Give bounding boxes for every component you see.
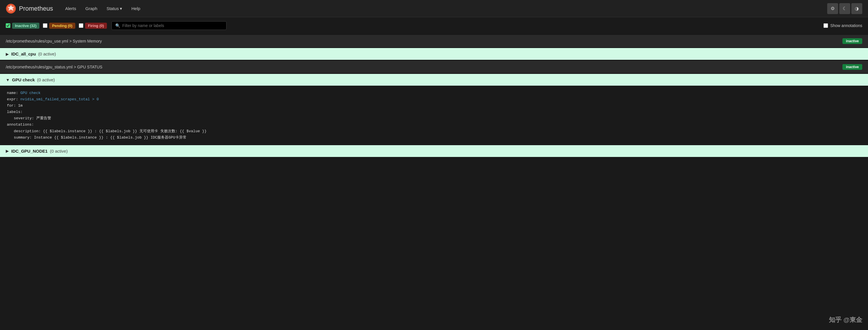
show-annotations-label: Show annotations — [830, 23, 862, 28]
rule-name-value: GPU check — [21, 91, 40, 95]
rule-expr-line: expr: nvidia_smi_failed_scrapes_total > … — [7, 96, 861, 102]
rule-description-line: description: {{ $labels.instance }} : {{… — [7, 128, 861, 134]
rule-description-value: {{ $labels.instance }} : {{ $labels.job … — [43, 129, 206, 133]
rule-name-line: name: GPU check — [7, 90, 861, 96]
rule-group-name-node1: IDC_GPU_NODE1 — [11, 149, 48, 153]
rule-severity-value: 严重告警 — [36, 116, 51, 120]
rule-for-value: 1m — [18, 103, 23, 108]
show-annotations[interactable]: Show annotations — [824, 23, 862, 28]
rule-for-line: for: 1m — [7, 102, 861, 109]
rule-group-count-node1: (0 active) — [50, 149, 68, 153]
pending-chip[interactable]: Pending (0) — [43, 23, 75, 29]
firing-chip[interactable]: Firing (0) — [79, 23, 107, 29]
nav-status[interactable]: Status ▾ — [103, 4, 126, 13]
rule-group-count-1: (0 active) — [38, 52, 56, 56]
watermark: 知乎 @東金 — [829, 316, 862, 324]
navbar-icons: ⚙ ☾ ◑ — [827, 3, 862, 14]
brand[interactable]: Prometheus — [6, 3, 53, 14]
badge-inactive-2: inactive — [842, 64, 862, 70]
rule-file-path-2: /etc/prometheus/rules/gpu_status.yml > G… — [6, 65, 102, 69]
filter-checkboxes: Inactive (32) Pending (0) Firing (0) — [6, 23, 107, 29]
pending-label: Pending (0) — [49, 23, 75, 29]
chevron-down-icon: ▾ — [120, 6, 122, 11]
rule-group-name-1: IDC_all_cpu — [11, 52, 36, 56]
nav-graph[interactable]: Graph — [82, 4, 101, 13]
nav-help[interactable]: Help — [128, 4, 144, 13]
search-input[interactable] — [122, 23, 223, 28]
rule-group-count-gpu: (0 active) — [37, 77, 55, 82]
pending-checkbox[interactable] — [43, 23, 48, 28]
inactive-label: Inactive (32) — [12, 23, 39, 29]
rule-annotations-line: annotations: — [7, 122, 861, 128]
rule-group-idc-all-cpu[interactable]: ▶ IDC_all_cpu (0 active) — [0, 48, 868, 60]
rule-summary-line: summary: Instance {{ $labels.instance }}… — [7, 134, 861, 141]
rule-file-path-1: /etc/prometheus/rules/cpu_use.yml > Syst… — [6, 39, 102, 43]
rule-severity-line: severity: 严重告警 — [7, 115, 861, 122]
rule-labels-line: labels: — [7, 109, 861, 115]
settings-icon[interactable]: ⚙ — [827, 3, 838, 14]
show-annotations-checkbox[interactable] — [824, 23, 828, 28]
rule-file-row-1: /etc/prometheus/rules/cpu_use.yml > Syst… — [0, 34, 868, 48]
inactive-checkbox[interactable] — [6, 23, 10, 28]
rule-summary-value: Instance {{ $labels.instance }} : {{ $la… — [34, 136, 186, 140]
rule-group-idc-gpu-node1[interactable]: ▶ IDC_GPU_NODE1 (0 active) — [0, 145, 868, 157]
inactive-chip[interactable]: Inactive (32) — [6, 23, 39, 29]
chevron-right-icon-node1: ▶ — [6, 149, 9, 153]
prometheus-logo-icon — [6, 3, 16, 14]
chevron-down-icon-gpu: ▼ — [6, 78, 10, 82]
rule-detail-gpu: name: GPU check expr: nvidia_smi_failed_… — [0, 86, 868, 145]
contrast-icon[interactable]: ◑ — [851, 3, 862, 14]
rule-group-name-gpu: GPU check — [12, 77, 35, 82]
search-icon: 🔍 — [115, 23, 120, 28]
nav-alerts[interactable]: Alerts — [62, 4, 80, 13]
navbar: Prometheus Alerts Graph Status ▾ Help ⚙ … — [0, 0, 868, 17]
firing-checkbox[interactable] — [79, 23, 83, 28]
nav-links: Alerts Graph Status ▾ Help — [62, 4, 827, 13]
rule-expr-value: nvidia_smi_failed_scrapes_total > 0 — [21, 97, 99, 101]
filter-bar: Inactive (32) Pending (0) Firing (0) 🔍 S… — [0, 17, 868, 34]
badge-inactive-1: inactive — [842, 38, 862, 44]
search-box: 🔍 — [112, 21, 226, 30]
firing-label: Firing (0) — [85, 23, 107, 29]
chevron-right-icon: ▶ — [6, 52, 9, 56]
rule-file-row-2: /etc/prometheus/rules/gpu_status.yml > G… — [0, 60, 868, 73]
dark-mode-icon[interactable]: ☾ — [839, 3, 850, 14]
brand-name: Prometheus — [19, 5, 53, 12]
rule-group-gpu-check[interactable]: ▼ GPU check (0 active) — [0, 73, 868, 86]
